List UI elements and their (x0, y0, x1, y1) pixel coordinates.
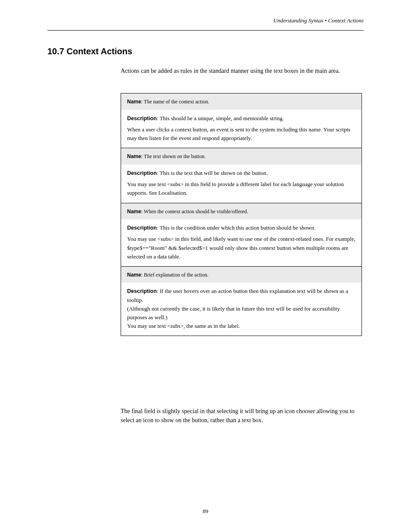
field-block-label: Name: The text shown on the button. Desc… (121, 148, 361, 202)
field-name-label: Name (127, 153, 141, 159)
page-header: Understanding Syntax • Context Actions (47, 15, 364, 31)
field-description-label: Description (127, 115, 157, 121)
field-block-action-name: Name: The name of the context action. De… (121, 93, 361, 148)
field-description-text: You may use text <subs>, the same as in … (127, 322, 355, 330)
field-description-label: Description (127, 288, 157, 294)
field-name-value: Brief explanation of the action. (144, 272, 209, 278)
page-number: 89 (0, 508, 411, 515)
field-description-row: Description: This is the condition under… (121, 219, 361, 266)
field-description-text: You may use text <subs> in this field to… (127, 180, 355, 197)
field-name-row: Name: The text shown on the button. (121, 148, 361, 165)
field-description-row: Description: If the user hovers over an … (121, 283, 361, 336)
field-description-label: Description (127, 170, 157, 176)
field-description-text: You may use <subs> in this field, and li… (127, 235, 355, 261)
field-description-text: This should be a unique, simple, and mem… (159, 115, 283, 121)
field-name-row: Name: Brief explanation of the action. (121, 267, 361, 283)
intro-text: Actions can be added as rules in the sta… (121, 66, 362, 75)
field-name-value: The name of the context action. (144, 99, 209, 105)
field-name-value: The text shown on the button. (144, 153, 206, 159)
field-description-text: (Although not currently the case, it is … (127, 305, 355, 322)
context-actions-table: Name: The name of the context action. De… (121, 93, 362, 336)
field-description-text: This is the text that will be shown on t… (159, 170, 268, 176)
field-description-row: Description: This is the text that will … (121, 165, 361, 203)
field-description-text: If the user hovers over an action button… (127, 288, 348, 303)
field-name-label: Name (127, 272, 141, 278)
field-description-label: Description (127, 225, 157, 231)
field-name-label: Name (127, 208, 141, 215)
field-description-text: This is the condition under which this a… (159, 224, 315, 231)
field-name-value: When the context action should be visibl… (144, 208, 248, 215)
field-name-label: Name (127, 99, 141, 105)
field-description-text: When a user clicks a context button, an … (127, 125, 355, 143)
section-heading: 10.7 Context Actions (47, 47, 132, 56)
running-title: Understanding Syntax • Context Actions (274, 17, 364, 24)
field-block-condition: Name: When the context action should be … (121, 203, 361, 266)
field-name-row: Name: When the context action should be … (121, 203, 361, 220)
field-block-explanation: Name: Brief explanation of the action. D… (121, 266, 361, 336)
field-description-row: Description: This should be a unique, si… (121, 110, 361, 148)
field-name-row: Name: The name of the context action. (121, 93, 361, 110)
closing-text: The final field is slightly special in t… (121, 407, 362, 425)
